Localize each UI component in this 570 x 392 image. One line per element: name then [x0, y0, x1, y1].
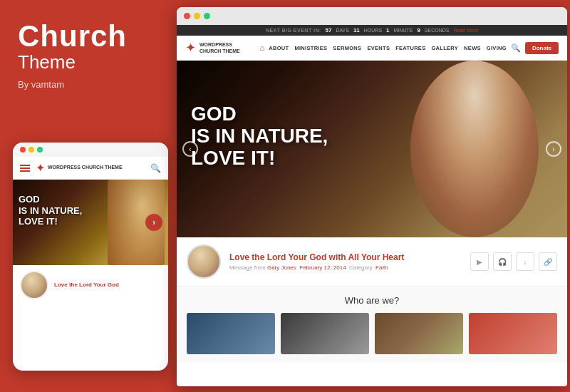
post-strip: Love the Lord Your God with All Your Hea… — [177, 237, 567, 287]
post-title[interactable]: Love the Lord Your God with All Your Hea… — [229, 252, 462, 262]
nav-news[interactable]: NEWS — [464, 45, 481, 51]
app-title: Church — [18, 21, 157, 51]
hero-next-arrow[interactable]: › — [546, 141, 561, 157]
nav-items: ABOUT MINISTRIES SERMONS EVENTS FEATURES… — [269, 45, 507, 51]
post-actions: ▶ 🎧 ↓ 🔗 — [470, 252, 557, 271]
hamburger-icon[interactable] — [20, 165, 30, 172]
site-navbar: ✦ WORDPRESS CHURCH THEME ⌂ ABOUT MINISTR… — [177, 36, 567, 61]
mobile-logo-text: WORDPRESS CHURCH THEME — [48, 165, 123, 170]
dot-red — [20, 147, 26, 153]
nav-about[interactable]: ABOUT — [269, 45, 289, 51]
home-icon[interactable]: ⌂ — [260, 43, 265, 52]
wheat-icon: ✦ — [36, 161, 45, 175]
mobile-logo-area: ✦ WORDPRESS CHURCH THEME — [36, 161, 123, 175]
author-label: By vamtam — [18, 79, 157, 90]
browser-titlebar — [177, 7, 567, 25]
event-seconds-unit: SECONDS — [425, 28, 450, 33]
read-more-link[interactable]: Read More — [453, 28, 478, 33]
hero-line3: LOVE IT! — [191, 148, 328, 170]
post-content: Love the Lord Your God with All Your Hea… — [229, 252, 462, 271]
hero-line2: IS IN NATURE, — [191, 125, 328, 148]
mobile-hero: GODIS IN NATURE,LOVE IT! › — [13, 180, 168, 265]
post-category[interactable]: Faith — [375, 264, 388, 271]
site-logo-text: WORDPRESS CHURCH THEME — [200, 41, 249, 54]
event-hours-unit: HOURS — [364, 28, 382, 33]
browser-dot-red — [184, 13, 190, 19]
event-days: 57 — [325, 27, 331, 33]
left-panel: Church Theme By vamtam ✦ WORDPRESS CHURC… — [0, 0, 175, 392]
mobile-dots — [13, 143, 168, 157]
post-date: February 12, 2014 — [299, 264, 346, 271]
mobile-next-arrow[interactable]: › — [145, 214, 162, 231]
nav-features[interactable]: FEATURES — [395, 45, 425, 51]
dot-yellow — [28, 147, 34, 153]
mobile-post-avatar — [20, 271, 48, 299]
post-action-video[interactable]: ▶ — [470, 252, 489, 271]
browser-dot-green — [204, 13, 210, 19]
site-logo-icon: ✦ — [185, 40, 196, 56]
nav-ministries[interactable]: MINISTRIES — [294, 45, 327, 51]
hero-text: GOD IS IN NATURE, LOVE IT! — [191, 103, 328, 169]
browser-dot-yellow — [194, 13, 200, 19]
nav-events[interactable]: EVENTS — [367, 45, 390, 51]
post-author: Gary Jones — [267, 264, 296, 271]
donate-button[interactable]: Donate — [525, 42, 559, 54]
post-action-audio[interactable]: 🎧 — [493, 252, 512, 271]
who-images — [187, 313, 557, 354]
post-avatar — [187, 244, 221, 279]
event-seconds: 9 — [417, 27, 420, 33]
who-image-1 — [187, 313, 275, 354]
hero-prev-arrow[interactable]: ‹ — [182, 141, 198, 157]
event-minutes-unit: MINUTE — [394, 28, 413, 33]
mobile-mockup: ✦ WORDPRESS CHURCH THEME 🔍 GODIS IN NATU… — [13, 143, 168, 371]
mobile-nav-left: ✦ WORDPRESS CHURCH THEME — [20, 161, 123, 175]
nav-sermons[interactable]: SERMONS — [333, 45, 361, 51]
site-logo: ✦ WORDPRESS CHURCH THEME — [185, 40, 249, 56]
dot-green — [37, 147, 43, 153]
app-subtitle: Theme — [18, 51, 157, 73]
nav-giving[interactable]: GIVING — [487, 45, 507, 51]
mobile-nav: ✦ WORDPRESS CHURCH THEME 🔍 — [13, 157, 168, 180]
hero-line1: GOD — [191, 103, 328, 125]
who-image-3 — [375, 313, 463, 354]
event-minutes: 1 — [386, 27, 389, 33]
event-label: NEXT BIG EVENT IN: — [266, 28, 321, 33]
nav-gallery[interactable]: GALLERY — [431, 45, 458, 51]
who-image-4 — [469, 313, 557, 354]
site-hero: GOD IS IN NATURE, LOVE IT! ‹ › — [177, 61, 567, 237]
browser-mockup: NEXT BIG EVENT IN: 57 DAYS 11 HOURS 1 MI… — [177, 7, 567, 386]
mobile-hero-text: GODIS IN NATURE,LOVE IT! — [19, 194, 82, 227]
post-meta: Message from Gary Jones February 12, 201… — [229, 264, 462, 271]
search-icon[interactable]: 🔍 — [511, 43, 521, 53]
event-hours: 11 — [353, 27, 360, 33]
mobile-post: Love the Lord Your God — [13, 265, 168, 305]
post-action-share[interactable]: 🔗 — [539, 252, 557, 271]
mobile-post-title: Love the Lord Your God — [54, 282, 119, 289]
who-section: Who are we? — [177, 287, 567, 363]
event-days-unit: DAYS — [336, 28, 349, 33]
post-action-download[interactable]: ↓ — [516, 252, 534, 271]
site-topbar: NEXT BIG EVENT IN: 57 DAYS 11 HOURS 1 MI… — [177, 25, 567, 36]
mobile-search-icon[interactable]: 🔍 — [150, 163, 161, 173]
who-title: Who are we? — [187, 295, 557, 306]
who-image-2 — [281, 313, 369, 354]
